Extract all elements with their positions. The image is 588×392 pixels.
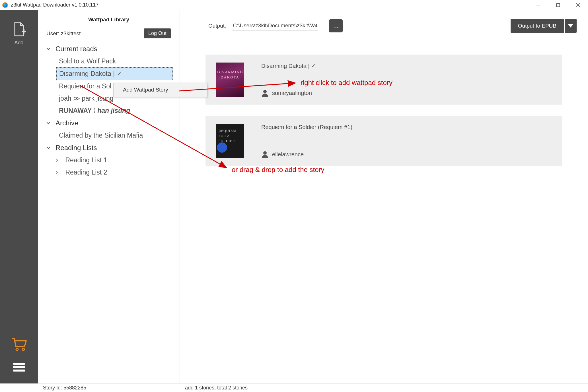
story-title: Disarming Dakota | ✓ xyxy=(261,63,316,69)
user-icon xyxy=(261,89,269,97)
story-author: sumeyaalington xyxy=(261,89,316,97)
window-title: z3kit Wattpad Downloader v1.0.10.117 xyxy=(11,2,99,8)
svg-point-15 xyxy=(263,90,267,93)
menu-icon[interactable] xyxy=(12,362,26,374)
section-label: Archive xyxy=(55,119,78,127)
tree-item-claimed-sicilian[interactable]: Claimed by the Sicilian Mafia xyxy=(41,129,177,142)
output-format-dropdown[interactable] xyxy=(565,19,577,33)
section-label: Current reads xyxy=(55,45,97,53)
story-cover xyxy=(216,124,244,158)
user-label: User: z3kittest xyxy=(46,30,81,37)
main-panel: Output: … Output to EPUB Disarming Dakot… xyxy=(180,10,588,383)
tree-item-reading-list-2[interactable]: Reading List 2 xyxy=(41,166,177,179)
chevron-down-icon xyxy=(46,47,52,50)
output-label: Output: xyxy=(208,23,226,29)
window-controls xyxy=(528,0,588,10)
story-title: Requiem for a Soldier (Requiem #1) xyxy=(261,124,352,130)
chevron-down-icon xyxy=(46,146,52,149)
maximize-button[interactable] xyxy=(548,0,568,10)
output-epub-button[interactable]: Output to EPUB xyxy=(511,19,564,33)
svg-marker-14 xyxy=(568,24,573,28)
output-path-input[interactable] xyxy=(232,21,318,30)
tree-item-reading-list-1[interactable]: Reading List 1 xyxy=(41,154,177,166)
library-header: Wattpad Library xyxy=(38,10,180,26)
user-icon xyxy=(261,151,269,158)
section-label: Reading Lists xyxy=(55,144,97,152)
chevron-down-icon xyxy=(46,122,52,125)
tree-item-runaway[interactable]: RUNAWAY ⁞ han jisung xyxy=(41,105,177,117)
story-card[interactable]: Requiem for a Soldier (Requiem #1) ellel… xyxy=(205,116,562,166)
story-cards: Disarming Dakota | ✓ sumeyaalington Requ… xyxy=(180,40,588,180)
topbar: Output: … Output to EPUB xyxy=(180,10,588,40)
section-reading-lists[interactable]: Reading Lists xyxy=(41,142,177,154)
story-cover xyxy=(216,63,244,97)
svg-rect-12 xyxy=(13,366,25,368)
add-button-label: Add xyxy=(14,40,23,46)
svg-rect-13 xyxy=(13,370,25,372)
svg-rect-4 xyxy=(557,3,560,7)
statusbar: Story Id: 55882285 add 1 stories, total … xyxy=(38,383,588,392)
library-tree: Current reads Sold to a Wolf Pack Disarm… xyxy=(38,43,180,179)
cart-icon[interactable] xyxy=(11,337,27,352)
left-rail: Add xyxy=(0,10,38,383)
chevron-right-icon xyxy=(55,158,61,162)
section-archive[interactable]: Archive xyxy=(41,117,177,129)
titlebar: z3kit Wattpad Downloader v1.0.10.117 xyxy=(0,0,588,10)
story-card[interactable]: Disarming Dakota | ✓ sumeyaalington xyxy=(205,55,562,105)
context-menu: Add Wattpad Story xyxy=(113,83,207,97)
story-author: ellelawrence xyxy=(261,151,352,158)
library-panel: Wattpad Library User: z3kittest Log Out … xyxy=(38,10,180,383)
context-menu-add-story[interactable]: Add Wattpad Story xyxy=(114,84,206,96)
svg-rect-11 xyxy=(13,363,25,365)
add-button[interactable]: Add xyxy=(12,22,26,46)
close-button[interactable] xyxy=(568,0,588,10)
svg-point-9 xyxy=(16,348,18,350)
tree-item-sold-wolf[interactable]: Sold to a Wolf Pack xyxy=(41,55,177,67)
app-icon xyxy=(2,2,8,8)
browse-button[interactable]: … xyxy=(329,19,343,32)
status-summary: add 1 stories, total 2 stories xyxy=(180,385,248,391)
svg-point-16 xyxy=(263,151,267,155)
status-story-id: Story Id: 55882285 xyxy=(38,385,180,391)
minimize-button[interactable] xyxy=(528,0,548,10)
section-current-reads[interactable]: Current reads xyxy=(41,43,177,55)
tree-item-disarming-dakota[interactable]: Disarming Dakota | ✓ xyxy=(56,67,173,80)
logout-button[interactable]: Log Out xyxy=(144,28,171,38)
chevron-right-icon xyxy=(55,171,61,175)
svg-point-10 xyxy=(22,348,24,350)
